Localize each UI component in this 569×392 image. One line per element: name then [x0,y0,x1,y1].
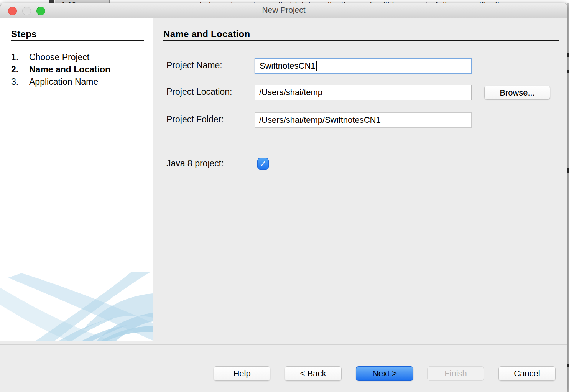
checkmark-icon: ✓ [259,159,266,169]
step-label: Name and Location [29,63,110,76]
project-location-input[interactable]: /Users/shai/temp [255,85,472,100]
form-heading: Name and Location [163,29,559,41]
project-location-value: /Users/shai/temp [259,87,322,97]
step-item-choose-project: 1. Choose Project [0,51,153,63]
next-button[interactable]: Next > [356,366,413,381]
title-bar[interactable]: New Project [0,3,567,18]
project-name-input[interactable]: SwiftnotesCN1 [255,58,472,74]
step-number: 2. [11,63,29,76]
name-and-location-panel: Name and Location Project Name: Swiftnot… [153,18,567,341]
steps-list: 1. Choose Project 2. Name and Location 3… [0,51,153,88]
steps-heading: Steps [11,29,144,41]
step-item-application-name: 3. Application Name [0,76,153,88]
java8-checkbox[interactable]: ✓ [257,158,269,170]
step-number: 1. [11,51,29,63]
project-name-value: SwiftnotesCN1 [260,61,316,71]
browse-button[interactable]: Browse... [484,86,550,100]
help-button[interactable]: Help [214,366,270,381]
watermark-graphic [0,272,153,341]
project-folder-value: /Users/shai/temp/SwiftnotesCN1 [259,115,381,125]
finish-button: Finish [427,366,484,381]
dialog-footer: Help < Back Next > Finish Cancel [0,341,567,392]
new-project-dialog: New Project Steps 1. Choose Project 2. N… [0,3,567,392]
footer-divider [0,344,567,345]
background-window-sliver [567,3,569,392]
step-number: 3. [11,76,29,88]
project-folder-input[interactable]: /Users/shai/temp/SwiftnotesCN1 [255,112,472,128]
text-cursor [316,61,317,71]
java8-project-label: Java 8 project: [166,157,224,170]
cancel-button[interactable]: Cancel [498,366,556,381]
project-name-label: Project Name: [166,59,222,72]
step-item-name-and-location: 2. Name and Location [0,63,153,76]
back-button[interactable]: < Back [284,366,342,381]
step-label: Application Name [29,76,98,88]
project-location-label: Project Location: [166,85,232,98]
window-title: New Project [0,5,567,15]
project-folder-label: Project Folder: [166,113,224,126]
steps-panel: Steps 1. Choose Project 2. Name and Loca… [0,18,153,341]
step-label: Choose Project [29,51,89,63]
